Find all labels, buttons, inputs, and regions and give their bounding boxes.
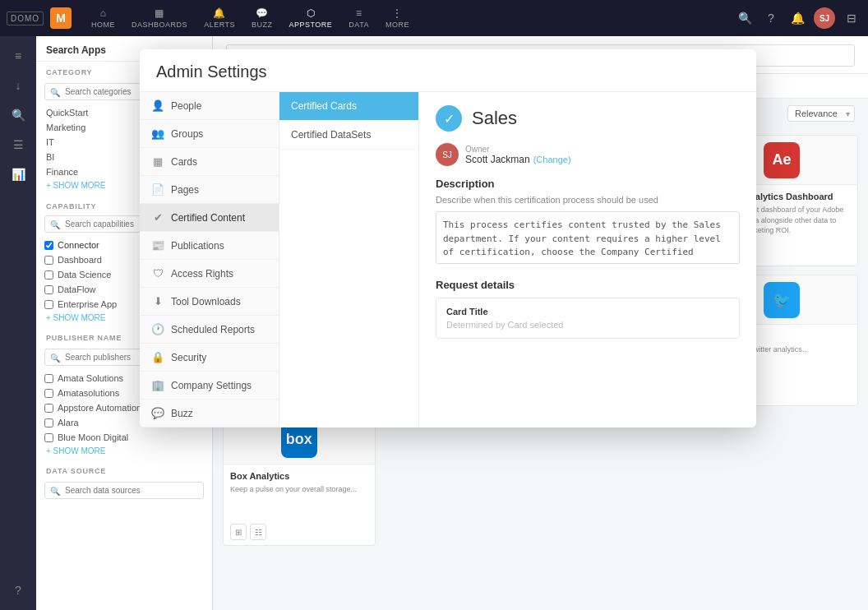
dashboard-label: Dashboard [58,255,102,265]
appstore-checkbox[interactable] [44,404,53,413]
admin-nav-company-settings[interactable]: 🏢 Company Settings [140,372,279,400]
sort-wrapper: Relevance [787,105,855,122]
admin-nav-access-rights[interactable]: 🛡 Access Rights [140,260,279,288]
nav-buzz[interactable]: 💬 BUZZ [245,4,279,32]
nav-data-label: DATA [349,21,369,29]
admin-nav-groups-label: Groups [171,128,203,140]
app-card-box[interactable]: box Box Analytics Keep a pulse on your o… [223,414,376,546]
certified-content-icon: ✔ [151,211,164,224]
sidebar-search-icon[interactable]: 🔍 [5,102,31,128]
sidebar-list-icon[interactable]: ☰ [5,132,31,158]
enterprise-checkbox[interactable] [44,300,53,309]
bluemoon-checkbox[interactable] [44,433,53,442]
nav-more-label: MORE [386,21,409,29]
admin-nav-tools-label: Tool Downloads [171,296,241,307]
amatasolutions-checkbox[interactable] [44,389,53,398]
nav-dashboards[interactable]: ▦ DASHBOARDS [125,4,194,32]
datasource-section-label: DATA SOURCE [36,460,212,478]
cards-icon: ▦ [151,155,164,168]
box-actions: ⊞ ☷ [224,520,375,545]
datasource-search-icon: 🔍 [50,486,60,495]
nav-home-label: HOME [91,21,115,29]
admin-nav-publications-label: Publications [171,240,224,252]
nav-alerts[interactable]: 🔔 ALERTS [197,4,242,32]
appstore-icon: ⬡ [289,7,332,19]
admin-nav-publications[interactable]: 📰 Publications [140,232,279,260]
sort-select[interactable]: Relevance [787,105,855,122]
admin-nav-certified-content[interactable]: ✔ Certified Content [140,204,279,232]
nav-more[interactable]: ⋮ MORE [379,4,416,32]
sidebar-chart-icon[interactable]: 📊 [5,161,31,187]
publications-icon: 📰 [151,239,164,252]
datascience-checkbox[interactable] [44,270,53,280]
admin-center-certified-datasets[interactable]: Certified DataSets [279,121,418,150]
datascience-label: Data Science [58,270,111,280]
pages-icon: 📄 [151,183,164,196]
user-avatar[interactable]: SJ [814,7,835,29]
amata-label: Amata Solutions [58,373,123,383]
request-details-title: Request details [436,279,740,291]
dataflow-checkbox[interactable] [44,285,53,294]
security-icon: 🔒 [151,351,164,363]
notification-icon[interactable]: 🔔 [787,8,807,28]
top-navigation: DOMO M ⌂ HOME ▦ DASHBOARDS 🔔 ALERTS 💬 BU… [0,0,868,36]
admin-nav-buzz[interactable]: 💬 Buzz [140,400,279,427]
nav-home[interactable]: ⌂ HOME [85,4,122,32]
settings-icon[interactable]: ⊟ [842,8,861,28]
box-btn2[interactable]: ☷ [250,524,266,540]
admin-nav-tool-downloads[interactable]: ⬇ Tool Downloads [140,288,279,316]
admin-nav-buzz-label: Buzz [171,408,193,419]
search-nav-icon[interactable]: 🔍 [735,8,755,28]
amatasolutions-label: Amatasolutions [58,388,119,398]
sidebar-menu-icon[interactable]: ≡ [5,43,31,69]
connector-checkbox[interactable] [44,241,53,250]
people-icon: 👤 [151,99,164,112]
admin-center-panel: Certified Cards Certified DataSets [279,92,419,427]
admin-center-certified-cards[interactable]: Certified Cards [279,92,418,121]
box-btn1[interactable]: ⊞ [230,524,247,540]
box-desc: Keep a pulse on your overall storage... [230,484,368,514]
owner-info: Owner Scott Jackman (Change) [465,145,571,165]
connector-label: Connector [58,240,99,250]
home-icon: ⌂ [91,7,115,19]
alara-label: Alara [58,418,79,427]
publisher-show-more[interactable]: + SHOW MORE [36,445,212,460]
amata-checkbox[interactable] [44,374,53,383]
sidebar-help-icon[interactable]: ? [5,577,31,603]
admin-modal-body: 👤 People 👥 Groups ▦ Cards 📄 Pages ✔ Cert… [140,92,756,427]
adobe-logo: Ae [764,142,800,178]
alerts-icon: 🔔 [204,7,235,19]
description-textarea[interactable]: This process certifies content trusted b… [436,211,740,264]
admin-nav-certified-label: Certified Content [171,212,245,224]
owner-name-row: Scott Jackman (Change) [465,154,571,165]
dashboard-checkbox[interactable] [44,256,53,265]
publisher-bluemoon[interactable]: Blue Moon Digital [44,430,204,445]
owner-change-button[interactable]: (Change) [533,155,571,164]
left-sidebar: ≡ ↓ 🔍 ☰ 📊 ? [0,36,36,610]
more-icon: ⋮ [386,7,409,19]
domo-logo-text: DOMO [7,12,44,25]
nav-appstore[interactable]: ⬡ APPSTORE [282,4,339,32]
admin-nav-cards[interactable]: ▦ Cards [140,148,279,176]
help-icon[interactable]: ? [761,8,781,28]
owner-row: SJ Owner Scott Jackman (Change) [436,143,740,166]
sales-title: Sales [472,108,517,129]
admin-nav-pages[interactable]: 📄 Pages [140,176,279,204]
sales-check-icon: ✓ [436,105,462,132]
datasource-search-input[interactable] [44,482,204,499]
twitter-logo: 🐦 [764,282,800,318]
owner-label: Owner [465,145,571,154]
sidebar-download-icon[interactable]: ↓ [5,72,31,99]
admin-nav-security[interactable]: 🔒 Security [140,344,279,372]
access-rights-icon: 🛡 [151,267,164,280]
admin-right-panel: ✓ Sales SJ Owner Scott Jackman (Change) … [419,92,756,427]
m-logo[interactable]: M [50,7,72,29]
nav-data[interactable]: ≡ DATA [342,4,376,32]
alara-checkbox[interactable] [44,418,53,427]
bluemoon-label: Blue Moon Digital [58,432,128,442]
dataflow-label: DataFlow [58,284,95,294]
admin-nav-people[interactable]: 👤 People [140,92,279,120]
dashboards-icon: ▦ [132,7,187,19]
admin-nav-groups[interactable]: 👥 Groups [140,120,279,148]
admin-nav-scheduled-reports[interactable]: 🕐 Scheduled Reports [140,316,279,344]
